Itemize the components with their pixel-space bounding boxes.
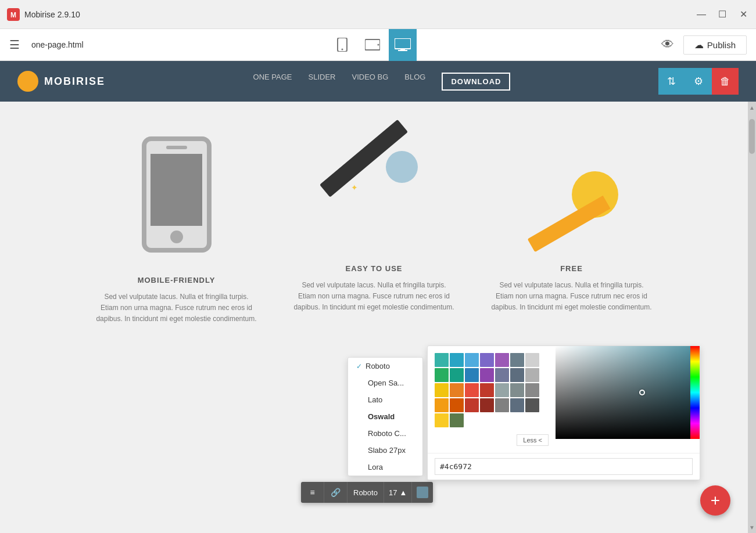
desktop-view-button[interactable] xyxy=(389,29,417,61)
gradient-cursor xyxy=(639,390,645,395)
pencil-image xyxy=(514,136,630,253)
swatch-green-dark[interactable] xyxy=(450,368,464,382)
scroll-up-button[interactable]: ▲ xyxy=(748,102,756,113)
swatch-green[interactable] xyxy=(435,368,449,382)
tablet-view-button[interactable] xyxy=(359,29,386,61)
font-dropdown[interactable]: ✓ Roboto Open Sa... Lato Oswald Roboto C… xyxy=(347,357,423,476)
site-logo: MOBIRISE xyxy=(17,71,105,92)
canvas: MOBILE-FRIENDLY Sed vel vulputate lacus.… xyxy=(0,102,748,533)
swatch-amber[interactable] xyxy=(435,398,449,412)
swatch-dark-slate[interactable] xyxy=(510,368,524,382)
device-selector xyxy=(91,29,654,61)
block-settings-button[interactable]: ⚙ xyxy=(685,68,712,95)
swatch-rust[interactable] xyxy=(450,398,464,412)
color-hex-input[interactable] xyxy=(435,458,693,475)
font-option-lato[interactable]: Lato xyxy=(348,391,422,408)
main-toolbar: ☰ one-page.html 👁 ☁ Publish xyxy=(0,29,756,61)
font-size-value: 17 xyxy=(389,488,397,497)
swatch-violet[interactable] xyxy=(480,368,494,382)
nav-download-button[interactable]: DOWNLOAD xyxy=(442,73,510,91)
swatch-olive[interactable] xyxy=(450,413,464,427)
color-picker-panel: Less < xyxy=(427,345,700,480)
scroll-down-button[interactable]: ▼ xyxy=(748,521,756,533)
font-option-roboto[interactable]: ✓ Roboto xyxy=(348,358,422,374)
swatch-orange-light[interactable] xyxy=(450,383,464,397)
minimize-button[interactable]: — xyxy=(696,9,707,20)
swatch-blue-gray[interactable] xyxy=(495,368,509,382)
vertical-scrollbar: ▲ ▼ xyxy=(748,102,756,533)
font-option-slabo[interactable]: Slabo 27px xyxy=(348,442,422,459)
block-move-button[interactable]: ⇅ xyxy=(658,68,685,95)
less-button[interactable]: Less < xyxy=(517,434,549,446)
column-2-text: Sed vel vulputate lacus. Nulla et fringi… xyxy=(293,280,456,314)
swatch-light-gray[interactable] xyxy=(525,353,539,367)
svg-point-3 xyxy=(341,49,343,51)
gradient-picker[interactable] xyxy=(556,346,700,439)
swatch-blue-light[interactable] xyxy=(450,353,464,367)
swatch-gray-dark[interactable] xyxy=(510,383,524,397)
nav-link-slider[interactable]: SLIDER xyxy=(309,73,336,91)
font-size-selector[interactable]: 17 ▲ xyxy=(384,482,412,503)
swatch-yellow[interactable] xyxy=(435,383,449,397)
font-option-oswald[interactable]: Oswald xyxy=(348,408,422,425)
mobile-view-button[interactable] xyxy=(328,29,356,61)
color-picker-bottom xyxy=(428,453,700,480)
swatch-gray-mid2[interactable] xyxy=(525,383,539,397)
link-button[interactable]: 🔗 xyxy=(324,482,347,503)
block-delete-button[interactable]: 🗑 xyxy=(712,68,739,95)
publish-button[interactable]: ☁ Publish xyxy=(683,35,747,55)
scroll-thumb[interactable] xyxy=(749,119,755,154)
swatch-crimson[interactable] xyxy=(465,398,479,412)
font-size-arrow: ▲ xyxy=(399,488,407,497)
svg-rect-6 xyxy=(395,38,411,49)
swatch-sky[interactable] xyxy=(465,353,479,367)
column-3-text: Sed vel vulputate lacus. Nulla et fringi… xyxy=(490,280,653,314)
maximize-button[interactable]: ☐ xyxy=(716,9,728,20)
text-formatting-toolbar: ≡ 🔗 Roboto 17 ▲ xyxy=(301,482,433,503)
wand-tip xyxy=(386,151,418,183)
font-option-roboto-condensed[interactable]: Roboto C... xyxy=(348,425,422,442)
font-color-swatch[interactable] xyxy=(417,487,428,498)
menu-icon[interactable]: ☰ xyxy=(9,38,20,52)
preview-button[interactable]: 👁 xyxy=(661,37,674,52)
swatch-gray-blue[interactable] xyxy=(495,383,509,397)
swatch-charcoal[interactable] xyxy=(525,398,539,412)
column-easy-to-use: ✦ ✦ ✦ ✦ EASY TO USE Sed vel vulputate la… xyxy=(293,136,456,325)
font-name-selector[interactable]: Roboto xyxy=(347,482,384,503)
close-button[interactable]: ✕ xyxy=(737,9,749,20)
swatch-purple[interactable] xyxy=(495,353,509,367)
swatch-slate[interactable] xyxy=(510,353,524,367)
swatch-teal[interactable] xyxy=(435,353,449,367)
font-option-open-sans[interactable]: Open Sa... xyxy=(348,374,422,391)
swatch-mid-gray[interactable] xyxy=(525,368,539,382)
swatch-grid xyxy=(435,353,549,427)
column-free: FREE Sed vel vulputate lacus. Nulla et f… xyxy=(490,136,653,325)
nav-link-video-bg[interactable]: VIDEO BG xyxy=(352,73,388,91)
filename-label: one-page.html xyxy=(31,40,84,49)
nav-link-blog[interactable]: BLOG xyxy=(404,73,425,91)
align-button[interactable]: ≡ xyxy=(301,482,324,503)
swatch-blue[interactable] xyxy=(465,368,479,382)
checkmark-icon: ✓ xyxy=(356,362,362,370)
swatch-purple-light[interactable] xyxy=(480,353,494,367)
swatch-red[interactable] xyxy=(480,383,494,397)
svg-point-5 xyxy=(377,44,379,46)
font-name-opensans: Open Sa... xyxy=(368,379,404,387)
sparkle-icon-4: ✦ xyxy=(351,183,358,192)
font-name-roboto: Roboto xyxy=(366,362,390,370)
font-option-lora[interactable]: Lora xyxy=(348,459,422,476)
color-swatches-area: Less < xyxy=(428,346,556,453)
hue-strip[interactable] xyxy=(690,346,700,439)
publish-cloud-icon: ☁ xyxy=(694,39,704,51)
column-mobile-friendly: MOBILE-FRIENDLY Sed vel vulputate lacus.… xyxy=(95,136,258,325)
swatch-gold[interactable] xyxy=(435,413,449,427)
font-name-slabo: Slabo 27px xyxy=(368,446,406,455)
font-name-roboto-c: Roboto C... xyxy=(368,429,406,438)
swatch-gray[interactable] xyxy=(495,398,509,412)
swatch-red-light[interactable] xyxy=(465,383,479,397)
gradient-darkness-layer xyxy=(556,346,700,439)
swatch-dark-red[interactable] xyxy=(480,398,494,412)
add-block-button[interactable]: + xyxy=(700,485,730,516)
nav-link-one-page[interactable]: ONE PAGE xyxy=(253,73,292,91)
swatch-steel[interactable] xyxy=(510,398,524,412)
